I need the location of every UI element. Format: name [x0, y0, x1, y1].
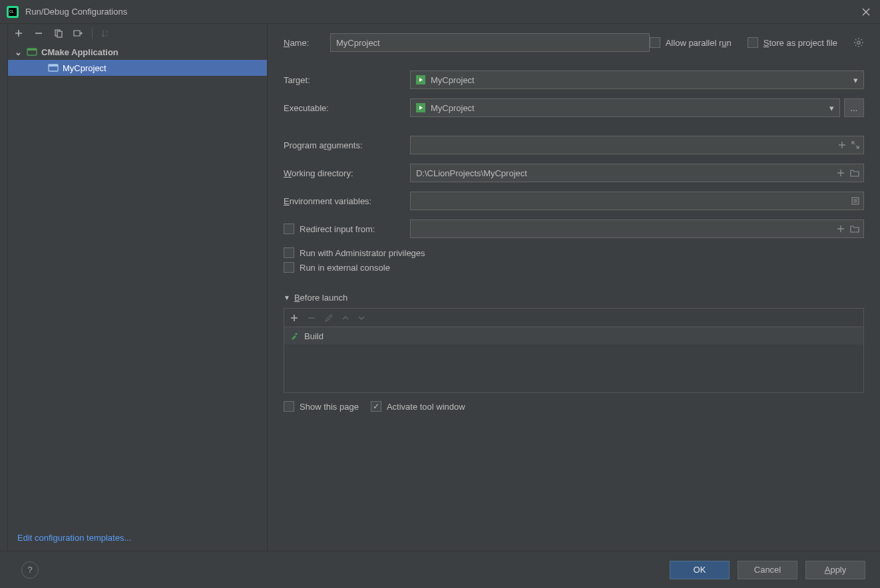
svg-rect-9: [49, 65, 58, 67]
executable-dropdown[interactable]: MyCproject ▾: [410, 98, 840, 117]
row-env-vars: Environment variables:: [284, 192, 864, 210]
redirect-field: [410, 220, 864, 238]
top-right-options: Allow parallel run Store as project file: [650, 37, 864, 48]
before-launch-label: Before launch: [294, 293, 347, 303]
svg-text:z: z: [106, 33, 108, 37]
svg-rect-7: [27, 49, 37, 51]
before-launch-item-build[interactable]: Build: [284, 327, 863, 345]
left-gutter: [0, 24, 8, 551]
add-macro-icon[interactable]: [837, 225, 845, 233]
remove-config-button[interactable]: [32, 27, 45, 40]
working-dir-input[interactable]: [416, 168, 837, 178]
ok-button[interactable]: OK: [670, 561, 730, 579]
toolbar-separator: [92, 27, 93, 39]
chevron-down-icon[interactable]: ⌄: [13, 47, 23, 57]
before-launch-header[interactable]: ▼ Before launch: [284, 293, 864, 303]
add-macro-icon[interactable]: [837, 169, 845, 177]
activate-tool-window-label: Activate tool window: [387, 402, 465, 412]
redirect-checkbox[interactable]: Redirect input from:: [284, 223, 375, 234]
before-launch-checks: Show this page Activate tool window: [284, 401, 864, 412]
bl-up-button[interactable]: [341, 314, 349, 322]
external-console-checkbox[interactable]: Run in external console: [284, 262, 390, 273]
row-redirect-input: Redirect input from:: [284, 220, 864, 238]
checkbox-box: [650, 37, 660, 48]
executable-value: MyCproject: [431, 103, 475, 113]
copy-config-button[interactable]: [52, 27, 65, 40]
app-icon: CL: [7, 6, 19, 18]
run-target-icon: [416, 103, 425, 112]
program-args-input[interactable]: [416, 140, 838, 150]
name-input[interactable]: [330, 33, 650, 52]
cancel-button[interactable]: Cancel: [738, 561, 797, 579]
checkbox-box: [284, 401, 294, 412]
sidebar-footer: Edit configuration templates...: [8, 525, 267, 551]
allow-parallel-checkbox[interactable]: Allow parallel run: [650, 37, 732, 48]
target-dropdown[interactable]: MyCproject ▾: [410, 71, 864, 89]
expand-icon[interactable]: [851, 141, 859, 149]
gear-icon[interactable]: [853, 37, 864, 48]
tree-node-mycproject[interactable]: MyCproject: [8, 60, 267, 76]
show-this-page-label: Show this page: [300, 402, 359, 412]
tree-node-cmake-application[interactable]: ⌄ CMake Application: [8, 44, 267, 60]
external-console-label: Run in external console: [300, 263, 390, 273]
window-title: Run/Debug Configurations: [25, 7, 127, 17]
bl-down-button[interactable]: [357, 314, 365, 322]
row-name: Name: Allow parallel run Store as projec…: [284, 33, 864, 52]
redirect-label-wrap: Redirect input from:: [284, 223, 410, 234]
working-dir-field: [410, 164, 864, 182]
cmake-app-icon: [27, 47, 37, 57]
folder-icon[interactable]: [850, 225, 859, 233]
checkbox-box: [284, 262, 294, 273]
env-vars-field: [410, 192, 864, 210]
sidebar-toolbar: az: [8, 24, 267, 43]
row-executable: Executable: MyCproject ▾ ...: [284, 98, 864, 117]
row-program-args: Program arguments:: [284, 136, 864, 154]
program-args-label: Program arguments:: [284, 140, 410, 150]
run-target-icon: [416, 75, 425, 84]
svg-text:CL: CL: [9, 9, 14, 13]
bl-remove-button[interactable]: [307, 313, 316, 323]
help-button[interactable]: ?: [21, 561, 39, 579]
tree-child-label: MyCproject: [63, 63, 107, 73]
activate-tool-window-checkbox[interactable]: Activate tool window: [371, 401, 465, 412]
before-launch-list: Build: [284, 327, 864, 393]
close-button[interactable]: [859, 5, 873, 19]
edit-templates-link[interactable]: Edit configuration templates...: [17, 533, 131, 543]
cmake-app-icon: [48, 63, 59, 73]
checkbox-box: [284, 223, 294, 234]
target-label: Target:: [284, 75, 410, 85]
svg-point-10: [857, 41, 860, 44]
checkbox-box: [371, 401, 381, 412]
list-icon[interactable]: [851, 197, 859, 205]
svg-rect-3: [57, 31, 62, 37]
bottom-bar: ? OK Cancel Apply: [0, 551, 880, 588]
store-as-project-checkbox[interactable]: Store as project file: [748, 37, 837, 48]
row-admin-priv: Run with Administrator privileges: [284, 247, 864, 258]
main-area: az ⌄ CMake Application MyCproject Edit c…: [0, 24, 880, 551]
bl-add-button[interactable]: [290, 313, 299, 323]
dialog-buttons: OK Cancel Apply: [670, 561, 865, 579]
hammer-icon: [290, 331, 299, 341]
config-sidebar: az ⌄ CMake Application MyCproject Edit c…: [8, 24, 268, 551]
row-working-dir: Working directory:: [284, 164, 864, 182]
add-macro-icon[interactable]: [838, 141, 846, 149]
executable-browse-button[interactable]: ...: [844, 98, 864, 117]
redirect-input[interactable]: [416, 224, 837, 234]
apply-button[interactable]: Apply: [805, 561, 865, 579]
save-config-button[interactable]: [72, 27, 85, 40]
before-launch-toolbar: [284, 308, 864, 327]
build-label: Build: [304, 331, 324, 341]
admin-priv-label: Run with Administrator privileges: [300, 248, 425, 258]
folder-icon[interactable]: [850, 169, 859, 177]
tree-root-label: CMake Application: [41, 47, 118, 57]
config-tree: ⌄ CMake Application MyCproject: [8, 44, 267, 525]
sort-config-button[interactable]: az: [99, 27, 112, 40]
caret-down-icon: ▾: [829, 103, 834, 113]
add-config-button[interactable]: [12, 27, 25, 40]
redirect-label: Redirect input from:: [300, 224, 375, 234]
bl-edit-button[interactable]: [324, 313, 333, 323]
env-vars-input[interactable]: [416, 196, 851, 206]
admin-priv-checkbox[interactable]: Run with Administrator privileges: [284, 247, 425, 258]
triangle-down-icon: ▼: [284, 294, 290, 301]
show-this-page-checkbox[interactable]: Show this page: [284, 401, 359, 412]
